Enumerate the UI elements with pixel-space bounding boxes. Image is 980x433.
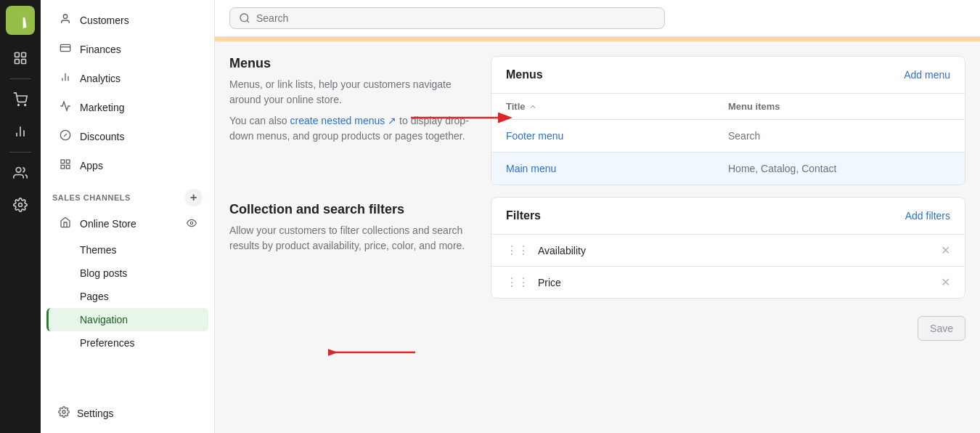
sales-channels-label: SALES CHANNELS <box>52 193 131 202</box>
marketing-icon <box>58 100 73 115</box>
people-icon[interactable] <box>6 158 35 187</box>
sidebar-item-online-store[interactable]: Online Store <box>46 209 208 238</box>
shopify-logo[interactable] <box>6 6 35 35</box>
svg-point-9 <box>16 168 21 173</box>
filters-section: Collection and search filters Allow your… <box>229 202 476 254</box>
svg-point-4 <box>18 105 20 106</box>
filters-card-header: Filters Add filters <box>491 198 965 235</box>
filters-description: Allow your customers to filter collectio… <box>229 223 476 254</box>
online-store-actions <box>187 218 197 230</box>
footer-menu-title: Footer menu <box>506 130 728 142</box>
svg-point-11 <box>63 15 67 18</box>
nested-menus-link[interactable]: create nested menus ↗ <box>290 115 400 126</box>
filter-row-availability: ⋮⋮ Availability ✕ <box>491 235 965 267</box>
svg-line-28 <box>247 20 249 23</box>
top-bar: Search <box>215 0 980 37</box>
arrow-right <box>404 96 520 139</box>
svg-rect-12 <box>60 44 70 51</box>
menus-card-header: Menus Add menu <box>491 57 965 94</box>
themes-label: Themes <box>80 244 117 256</box>
svg-rect-3 <box>22 60 26 64</box>
sidebar: Customers Finances Analytics Marketing D… <box>41 0 215 433</box>
svg-point-26 <box>62 410 65 413</box>
content-area: Menus Menus, or link lists, help your cu… <box>215 41 980 433</box>
sidebar-item-navigation[interactable]: Navigation <box>46 308 208 331</box>
page-wrapper: Search Menus Menus, or link lists, help … <box>215 0 980 433</box>
settings-icon <box>58 406 70 420</box>
svg-line-18 <box>64 134 67 137</box>
customers-label: Customers <box>80 15 129 26</box>
navigation-label: Navigation <box>80 314 128 325</box>
add-menu-link[interactable]: Add menu <box>904 69 950 81</box>
table-row-footer-menu: Footer menu Search <box>491 120 965 153</box>
main-menu-items: Home, Catalog, Contact <box>728 163 950 174</box>
sidebar-item-themes[interactable]: Themes <box>46 238 208 262</box>
main-menu-link[interactable]: Main menu <box>506 163 556 174</box>
analytics-label: Analytics <box>80 73 121 84</box>
right-panel: Menus Add menu Title Menu items Footer m… <box>491 56 965 418</box>
col-title-header: Title <box>506 101 728 112</box>
search-placeholder: Search <box>256 12 288 24</box>
sidebar-item-apps[interactable]: Apps <box>46 151 208 180</box>
customers-icon <box>58 13 73 28</box>
svg-point-5 <box>25 105 26 106</box>
menus-desc-text2: You can also <box>229 115 287 126</box>
save-button[interactable]: Save <box>918 316 965 341</box>
analytics-icon-bar[interactable] <box>6 117 35 146</box>
svg-rect-1 <box>22 53 26 57</box>
footer-menu-items: Search <box>728 130 950 142</box>
svg-point-10 <box>19 203 23 207</box>
sidebar-item-customers[interactable]: Customers <box>46 6 208 35</box>
filters-section-title: Collection and search filters <box>229 202 476 217</box>
menus-table-header: Title Menu items <box>491 94 965 120</box>
drag-handle-availability[interactable]: ⋮⋮ <box>506 243 529 257</box>
sidebar-item-settings[interactable]: Settings <box>46 399 208 427</box>
apps-icon <box>58 158 73 173</box>
sidebar-item-marketing[interactable]: Marketing <box>46 93 208 122</box>
settings-icon-bar[interactable] <box>6 190 35 219</box>
preview-icon[interactable] <box>187 218 197 230</box>
analytics-icon <box>58 71 73 86</box>
svg-rect-21 <box>61 160 65 163</box>
filters-card-title: Filters <box>506 209 541 222</box>
divider <box>9 78 31 79</box>
filter-row-price: ⋮⋮ Price ✕ <box>491 267 965 298</box>
sidebar-item-analytics[interactable]: Analytics <box>46 64 208 93</box>
availability-filter-name: Availability <box>538 245 941 256</box>
add-sales-channel-button[interactable]: + <box>185 189 203 206</box>
online-store-label: Online Store <box>80 218 136 230</box>
main-menu-title: Main menu <box>506 163 728 174</box>
finances-icon <box>58 42 73 57</box>
icon-bar <box>0 0 41 433</box>
save-bar: Save <box>491 310 965 347</box>
drag-handle-price[interactable]: ⋮⋮ <box>506 275 529 289</box>
pages-label: Pages <box>80 291 109 302</box>
remove-availability-button[interactable]: ✕ <box>941 243 950 257</box>
table-row-main-menu: Main menu Home, Catalog, Contact <box>491 153 965 185</box>
divider2 <box>9 152 31 153</box>
price-filter-name: Price <box>538 277 941 288</box>
search-icon <box>239 12 250 24</box>
sidebar-item-pages[interactable]: Pages <box>46 285 208 308</box>
svg-point-25 <box>190 222 193 224</box>
menus-card-title: Menus <box>506 68 543 81</box>
svg-rect-24 <box>66 165 70 169</box>
add-filters-link[interactable]: Add filters <box>905 210 950 222</box>
menus-card: Menus Add menu Title Menu items Footer m… <box>491 56 965 185</box>
finances-label: Finances <box>80 44 121 55</box>
remove-price-button[interactable]: ✕ <box>941 275 950 289</box>
search-bar[interactable]: Search <box>229 7 665 29</box>
filters-card: Filters Add filters ⋮⋮ Availability ✕ ⋮⋮… <box>491 197 965 299</box>
discounts-label: Discounts <box>80 131 124 142</box>
home-icon[interactable] <box>6 44 35 73</box>
blog-posts-label: Blog posts <box>80 267 127 279</box>
sidebar-item-discounts[interactable]: Discounts <box>46 122 208 151</box>
sidebar-item-blog-posts[interactable]: Blog posts <box>46 262 208 285</box>
sales-channels-section: SALES CHANNELS + <box>41 180 214 209</box>
col-menu-items-header: Menu items <box>728 101 950 112</box>
sidebar-item-finances[interactable]: Finances <box>46 35 208 64</box>
orders-icon[interactable] <box>6 85 35 114</box>
sidebar-item-preferences[interactable]: Preferences <box>46 331 208 355</box>
preferences-label: Preferences <box>80 337 134 349</box>
online-store-icon <box>58 216 73 231</box>
